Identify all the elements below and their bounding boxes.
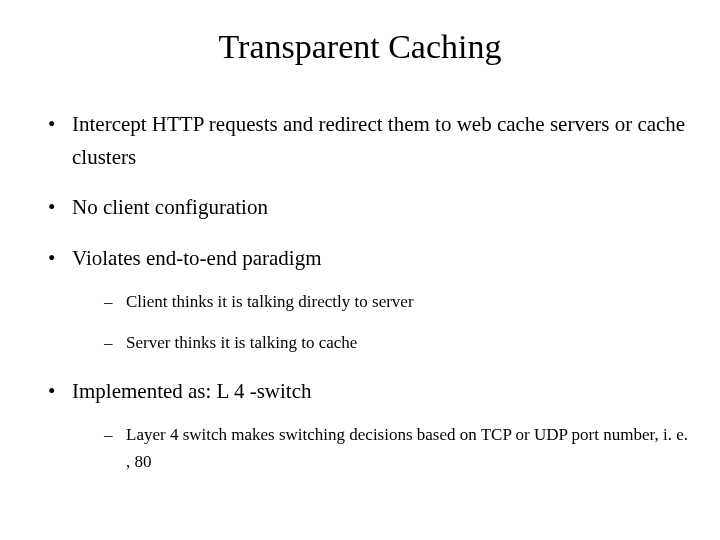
bullet-text: Violates end-to-end paradigm bbox=[72, 246, 322, 270]
sub-bullet-text: Layer 4 switch makes switching decisions… bbox=[126, 425, 688, 471]
list-item: No client configuration bbox=[48, 191, 690, 224]
list-item: Intercept HTTP requests and redirect the… bbox=[48, 108, 690, 173]
bullet-text: Implemented as: L 4 -switch bbox=[72, 379, 312, 403]
list-item: Implemented as: L 4 -switch Layer 4 swit… bbox=[48, 375, 690, 476]
list-item: Client thinks it is talking directly to … bbox=[104, 288, 690, 315]
bullet-text: Intercept HTTP requests and redirect the… bbox=[72, 112, 685, 169]
sub-bullet-list: Client thinks it is talking directly to … bbox=[72, 288, 690, 356]
bullet-text: No client configuration bbox=[72, 195, 268, 219]
slide-title: Transparent Caching bbox=[30, 28, 690, 66]
list-item: Server thinks it is talking to cache bbox=[104, 329, 690, 356]
sub-bullet-text: Client thinks it is talking directly to … bbox=[126, 292, 414, 311]
list-item: Layer 4 switch makes switching decisions… bbox=[104, 421, 690, 475]
sub-bullet-list: Layer 4 switch makes switching decisions… bbox=[72, 421, 690, 475]
bullet-list: Intercept HTTP requests and redirect the… bbox=[30, 108, 690, 475]
sub-bullet-text: Server thinks it is talking to cache bbox=[126, 333, 357, 352]
list-item: Violates end-to-end paradigm Client thin… bbox=[48, 242, 690, 357]
